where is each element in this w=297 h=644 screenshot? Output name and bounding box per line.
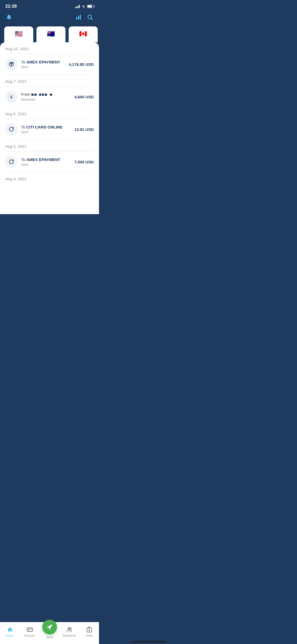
svg-line-4 [91, 19, 93, 20]
date-section-aug7: Aug 7, 2021 [0, 75, 99, 86]
masked-sender [31, 92, 52, 97]
date-label-aug6: Aug 6, 2021 [5, 112, 94, 119]
tx-subtitle-amex-aug5: Sent [21, 163, 71, 167]
status-icons [75, 4, 94, 8]
flag-usd: 🇺🇸 [13, 29, 24, 39]
search-icon[interactable] [87, 14, 93, 21]
main-content: Aug 10, 2021 To AMEX EPAYMENT Sent 4,176… [0, 42, 99, 214]
tx-subtitle-received-aug7: Received [21, 98, 71, 102]
chart-icon[interactable] [75, 14, 82, 21]
currency-strip: 🇺🇸 🇦🇺 🇨🇦 [0, 26, 99, 42]
date-section-aug6: Aug 6, 2021 [0, 107, 99, 119]
tx-icon-received [5, 91, 17, 103]
date-section-aug4: Aug 4, 2021 [0, 172, 99, 184]
transaction-received-aug7[interactable]: From Received 4,600 USD [0, 86, 99, 107]
nav-right-icons [75, 14, 93, 21]
transaction-amex-aug10[interactable]: To AMEX EPAYMENT Sent 4,176.85 USD [0, 54, 99, 75]
tx-title-amex-aug10: To AMEX EPAYMENT [21, 60, 65, 64]
tx-details-amex-aug5: To AMEX EPAYMENT Sent [21, 157, 71, 167]
notification-bell-icon[interactable] [6, 14, 12, 22]
transaction-amex-aug5[interactable]: To AMEX EPAYMENT Sent 7,500 USD [0, 151, 99, 172]
svg-rect-0 [76, 17, 77, 20]
tx-details-amex-aug10: To AMEX EPAYMENT Sent [21, 60, 65, 69]
tx-icon-sent-3 [5, 156, 17, 168]
tx-subtitle-amex-aug10: Sent [21, 65, 65, 69]
date-label-aug7: Aug 7, 2021 [5, 79, 94, 86]
date-label-aug5: Aug 5, 2021 [5, 144, 94, 151]
currency-card-aud[interactable]: 🇦🇺 [36, 26, 65, 42]
date-section-aug10: Aug 10, 2021 [0, 42, 99, 54]
tx-amount-amex-aug10: 4,176.85 USD [69, 62, 94, 67]
wifi-icon [81, 5, 86, 8]
transaction-citi-aug6[interactable]: To CITI CARD ONLINE Sent 13.91 USD [0, 119, 99, 140]
currency-card-cad[interactable]: 🇨🇦 [69, 26, 98, 42]
tx-icon-sent-2 [5, 123, 17, 135]
svg-rect-1 [78, 16, 79, 20]
svg-rect-2 [80, 15, 81, 20]
tx-title-amex-aug5: To AMEX EPAYMENT [21, 157, 71, 162]
tx-amount-citi-aug6: 13.91 USD [74, 127, 94, 132]
tx-amount-amex-aug5: 7,500 USD [74, 160, 94, 164]
tx-amount-received-aug7: 4,600 USD [74, 95, 94, 99]
date-label-aug4: Aug 4, 2021 [5, 177, 94, 184]
status-bar: 22:38 [0, 0, 99, 12]
tx-details-received-aug7: From Received [21, 92, 71, 102]
tx-title-received-aug7: From [21, 92, 71, 97]
status-time: 22:38 [5, 4, 17, 9]
tx-details-citi-aug6: To CITI CARD ONLINE Sent [21, 125, 71, 134]
flag-aud: 🇦🇺 [46, 29, 56, 39]
signal-icon [75, 4, 80, 8]
top-nav [0, 12, 99, 26]
tx-subtitle-citi-aug6: Sent [21, 130, 71, 134]
currency-card-usd[interactable]: 🇺🇸 [4, 26, 33, 42]
flag-cad: 🇨🇦 [78, 29, 88, 39]
battery-icon [87, 5, 94, 8]
date-label-aug10: Aug 10, 2021 [5, 47, 94, 54]
date-section-aug5: Aug 5, 2021 [0, 140, 99, 151]
svg-point-3 [88, 15, 92, 19]
tx-title-citi-aug6: To CITI CARD ONLINE [21, 125, 71, 129]
tx-icon-sent-1 [5, 58, 17, 70]
